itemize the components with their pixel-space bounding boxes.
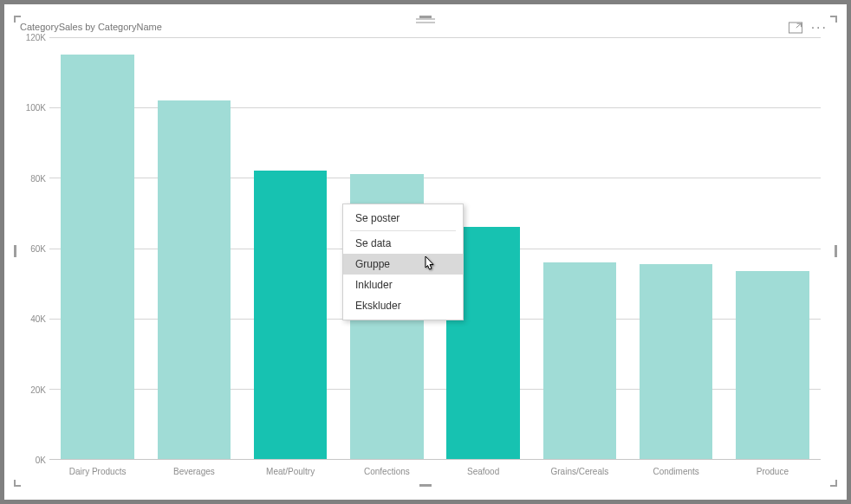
y-axis-tick: 80K (15, 173, 46, 183)
context-menu-item-see-data[interactable]: Se data (343, 233, 463, 254)
context-menu-item-see-records[interactable]: Se poster (343, 208, 463, 229)
y-axis-tick: 0K (15, 456, 46, 465)
more-options-icon[interactable]: ··· (811, 22, 828, 34)
x-axis-label: Produce (724, 463, 821, 481)
resize-handle-top-left[interactable] (14, 16, 21, 23)
x-axis-label: Condiments (628, 463, 724, 481)
bar[interactable] (61, 55, 134, 459)
visual-frame: ··· CategorySales by CategoryName 0K20K4… (3, 3, 848, 501)
y-axis-tick: 120K (15, 33, 46, 42)
bar-slot (628, 37, 724, 459)
context-menu-item-include[interactable]: Inkluder (343, 275, 463, 295)
context-menu[interactable]: Se poster Se data Gruppe Inkluder Eksklu… (342, 204, 464, 320)
bar-slot (724, 37, 821, 459)
y-axis-tick: 60K (15, 244, 46, 254)
chart-card[interactable]: ··· CategorySales by CategoryName 0K20K4… (15, 16, 836, 486)
resize-handle-bottom-left[interactable] (14, 480, 21, 487)
y-axis-tick: 100K (15, 103, 46, 113)
bar-slot (146, 37, 242, 459)
context-menu-item-group[interactable]: Gruppe (343, 254, 463, 275)
x-axis-labels: Dairy ProductsBeveragesMeat/PoultryConfe… (49, 463, 821, 481)
resize-handle-top-right[interactable] (830, 16, 837, 23)
drag-grip-icon[interactable] (416, 18, 435, 25)
bar[interactable] (254, 171, 328, 459)
chart-title: CategorySales by CategoryName (20, 22, 162, 32)
bar[interactable] (736, 271, 809, 459)
x-axis-label: Dairy Products (49, 463, 146, 481)
y-axis-tick: 40K (15, 314, 46, 324)
bar-slot (531, 37, 627, 459)
bar[interactable] (543, 262, 617, 459)
bar[interactable] (158, 100, 231, 459)
x-axis-label: Meat/Poultry (243, 463, 339, 481)
x-axis-label: Beverages (146, 463, 242, 481)
x-axis-label: Seafood (435, 463, 531, 481)
resize-handle-bottom-right[interactable] (830, 480, 837, 487)
focus-mode-icon[interactable] (789, 22, 802, 34)
x-axis-label: Grains/Cereals (531, 463, 627, 481)
resize-handle-bottom[interactable] (419, 484, 432, 487)
resize-handle-right[interactable] (835, 245, 837, 257)
y-axis-tick: 20K (15, 384, 46, 394)
bar[interactable] (640, 264, 713, 459)
context-menu-separator (350, 230, 456, 231)
resize-handle-top[interactable] (419, 16, 432, 18)
visual-toolbar: ··· (789, 22, 828, 34)
x-axis-label: Confections (339, 463, 435, 481)
bar-slot (243, 37, 339, 459)
context-menu-item-exclude[interactable]: Ekskluder (343, 295, 463, 316)
bar-slot (49, 37, 146, 459)
